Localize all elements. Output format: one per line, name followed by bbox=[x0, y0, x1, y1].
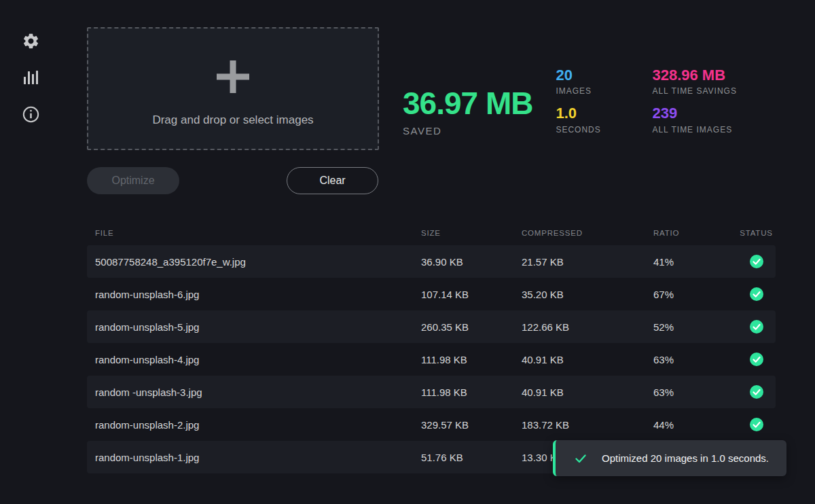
results-table: FILE SIZE COMPRESSED RATIO STATUS 500877… bbox=[87, 224, 776, 473]
size-cell: 260.35 KB bbox=[421, 321, 522, 333]
stat-grid: 20IMAGES1.0SECONDS328.96 MBALL TIME SAVI… bbox=[556, 67, 736, 134]
status-cell bbox=[737, 320, 776, 334]
column-header-ratio: RATIO bbox=[653, 229, 737, 237]
saved-label: SAVED bbox=[403, 125, 532, 137]
table-header: FILE SIZE COMPRESSED RATIO STATUS bbox=[87, 224, 776, 242]
stat-value: 239 bbox=[652, 105, 736, 122]
ratio-cell: 52% bbox=[653, 321, 737, 333]
dropzone-label: Drag and drop or select images bbox=[152, 113, 313, 127]
size-cell: 36.90 KB bbox=[421, 256, 522, 268]
file-name-cell: random -unsplash-3.jpg bbox=[95, 386, 421, 398]
compressed-cell: 183.72 KB bbox=[522, 419, 653, 431]
success-check-icon bbox=[750, 353, 763, 366]
dropzone[interactable]: Drag and drop or select images bbox=[87, 27, 379, 150]
size-cell: 111.98 KB bbox=[421, 354, 522, 365]
file-name-cell: random-unsplash-2.jpg bbox=[95, 419, 421, 431]
main-content: Drag and drop or select images 36.97 MB … bbox=[87, 27, 776, 473]
info-button[interactable] bbox=[21, 105, 40, 124]
stat-label: ALL TIME SAVINGS bbox=[652, 86, 736, 96]
file-name-cell: 50087758248_a395120f7e_w.jpg bbox=[95, 256, 421, 268]
ratio-cell: 63% bbox=[653, 386, 737, 398]
clear-button[interactable]: Clear bbox=[287, 167, 378, 194]
size-cell: 51.76 KB bbox=[421, 452, 522, 463]
compressed-cell: 21.57 KB bbox=[522, 256, 653, 268]
table-rows: 50087758248_a395120f7e_w.jpg36.90 KB21.5… bbox=[87, 245, 776, 473]
stat-item: 328.96 MBALL TIME SAVINGS bbox=[652, 67, 736, 96]
status-cell bbox=[737, 255, 776, 268]
check-icon bbox=[575, 452, 587, 465]
status-cell bbox=[737, 385, 776, 399]
gear-icon bbox=[22, 32, 40, 50]
ratio-cell: 63% bbox=[653, 354, 737, 365]
file-name-cell: random-unsplash-5.jpg bbox=[95, 321, 421, 333]
stats-button[interactable] bbox=[21, 68, 40, 87]
stat-item: 1.0SECONDS bbox=[556, 105, 652, 134]
table-row: random-unsplash-2.jpg329.57 KB183.72 KB4… bbox=[87, 408, 776, 441]
status-cell bbox=[737, 353, 776, 366]
file-name-cell: random-unsplash-6.jpg bbox=[95, 289, 421, 300]
stat-item: 239ALL TIME IMAGES bbox=[652, 105, 736, 134]
ratio-cell: 67% bbox=[653, 289, 737, 300]
table-row: random-unsplash-6.jpg107.14 KB35.20 KB67… bbox=[87, 278, 776, 310]
saved-value: 36.97 MB bbox=[403, 87, 532, 120]
size-cell: 107.14 KB bbox=[421, 289, 522, 300]
toast-message: Optimized 20 images in 1.0 seconds. bbox=[602, 452, 769, 464]
size-cell: 329.57 KB bbox=[421, 419, 522, 431]
compressed-cell: 40.91 KB bbox=[522, 354, 653, 365]
plus-icon bbox=[217, 60, 249, 96]
stat-label: SECONDS bbox=[556, 125, 652, 134]
column-header-size: SIZE bbox=[421, 229, 522, 237]
toast-notification: Optimized 20 images in 1.0 seconds. bbox=[553, 440, 786, 476]
success-check-icon bbox=[750, 418, 763, 431]
column-header-compressed: COMPRESSED bbox=[522, 229, 653, 237]
bar-chart-icon bbox=[22, 69, 39, 86]
table-row: 50087758248_a395120f7e_w.jpg36.90 KB21.5… bbox=[87, 245, 776, 278]
optimize-button[interactable]: Optimize bbox=[87, 167, 179, 194]
table-row: random-unsplash-4.jpg111.98 KB40.91 KB63… bbox=[87, 343, 776, 376]
settings-button[interactable] bbox=[21, 31, 40, 50]
stat-item: 20IMAGES bbox=[556, 67, 652, 96]
stat-value: 328.96 MB bbox=[652, 67, 736, 84]
compressed-cell: 40.91 KB bbox=[522, 386, 653, 398]
success-check-icon bbox=[750, 320, 763, 334]
info-icon bbox=[22, 105, 40, 124]
status-cell bbox=[737, 418, 776, 431]
ratio-cell: 41% bbox=[653, 256, 737, 268]
stat-value: 1.0 bbox=[556, 105, 652, 122]
actions-row: Optimize Clear bbox=[87, 167, 776, 194]
saved-stat: 36.97 MB SAVED bbox=[403, 87, 532, 137]
table-row: random -unsplash-3.jpg111.98 KB40.91 KB6… bbox=[87, 376, 776, 408]
compressed-cell: 35.20 KB bbox=[522, 289, 653, 300]
file-name-cell: random-unsplash-4.jpg bbox=[95, 354, 421, 365]
sidebar bbox=[0, 0, 61, 504]
success-check-icon bbox=[750, 287, 763, 301]
stat-value: 20 bbox=[556, 67, 652, 84]
success-check-icon bbox=[750, 255, 763, 268]
column-header-file: FILE bbox=[95, 229, 421, 237]
column-header-status: STATUS bbox=[737, 229, 776, 237]
file-name-cell: random-unsplash-1.jpg bbox=[95, 452, 421, 463]
status-cell bbox=[737, 287, 776, 301]
stat-label: IMAGES bbox=[556, 86, 652, 96]
success-check-icon bbox=[750, 385, 763, 399]
stat-label: ALL TIME IMAGES bbox=[652, 125, 736, 134]
ratio-cell: 44% bbox=[653, 419, 737, 431]
table-row: random-unsplash-5.jpg260.35 KB122.66 KB5… bbox=[87, 310, 776, 343]
compressed-cell: 122.66 KB bbox=[522, 321, 653, 333]
size-cell: 111.98 KB bbox=[421, 386, 522, 398]
